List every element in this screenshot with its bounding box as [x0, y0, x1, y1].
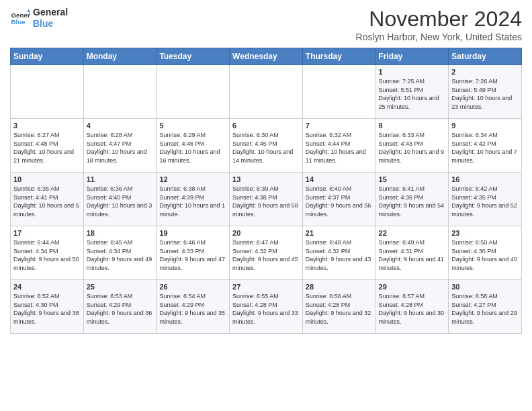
day-info: Sunrise: 6:52 AMSunset: 4:30 PMDaylight:…: [13, 292, 81, 326]
day-number: 27: [232, 283, 300, 291]
day-info: Sunrise: 6:47 AMSunset: 4:32 PMDaylight:…: [232, 238, 300, 272]
day-cell: 9Sunrise: 6:34 AMSunset: 4:42 PMDaylight…: [449, 119, 522, 173]
day-cell: 27Sunrise: 6:55 AMSunset: 4:28 PMDayligh…: [230, 280, 303, 334]
day-info: Sunrise: 6:32 AMSunset: 4:44 PMDaylight:…: [306, 131, 373, 165]
day-number: 6: [232, 122, 300, 130]
day-cell: 11Sunrise: 6:36 AMSunset: 4:40 PMDayligh…: [83, 173, 157, 226]
svg-text:Blue: Blue: [11, 18, 26, 26]
day-number: 20: [232, 229, 300, 237]
logo-text: General Blue: [33, 7, 68, 30]
svg-marker-2: [28, 9, 31, 12]
logo: General Blue General Blue: [10, 7, 68, 30]
day-number: 26: [159, 283, 226, 291]
day-info: Sunrise: 6:50 AMSunset: 4:30 PMDaylight:…: [451, 238, 519, 272]
week-row-3: 10Sunrise: 6:35 AMSunset: 4:41 PMDayligh…: [11, 173, 522, 226]
calendar-header: SundayMondayTuesdayWednesdayThursdayFrid…: [11, 48, 522, 65]
day-number: 5: [159, 122, 226, 130]
day-cell: 29Sunrise: 6:57 AMSunset: 4:28 PMDayligh…: [375, 280, 449, 334]
day-number: 25: [87, 283, 154, 291]
day-cell: 12Sunrise: 6:38 AMSunset: 4:39 PMDayligh…: [157, 173, 230, 226]
day-info: Sunrise: 6:48 AMSunset: 4:32 PMDaylight:…: [306, 238, 373, 272]
calendar-table: SundayMondayTuesdayWednesdayThursdayFrid…: [10, 48, 522, 334]
day-number: 23: [451, 229, 519, 237]
header-day-tuesday: Tuesday: [157, 48, 230, 65]
day-cell: 4Sunrise: 6:28 AMSunset: 4:47 PMDaylight…: [83, 119, 157, 173]
day-cell: 22Sunrise: 6:49 AMSunset: 4:31 PMDayligh…: [375, 226, 449, 280]
week-row-4: 17Sunrise: 6:44 AMSunset: 4:34 PMDayligh…: [11, 226, 522, 280]
day-info: Sunrise: 6:49 AMSunset: 4:31 PMDaylight:…: [379, 238, 446, 272]
day-cell: 7Sunrise: 6:32 AMSunset: 4:44 PMDaylight…: [302, 119, 375, 173]
header-day-monday: Monday: [83, 48, 157, 65]
week-row-5: 24Sunrise: 6:52 AMSunset: 4:30 PMDayligh…: [11, 280, 522, 334]
day-number: 21: [306, 229, 373, 237]
day-info: Sunrise: 6:46 AMSunset: 4:33 PMDaylight:…: [159, 238, 226, 272]
day-cell: 17Sunrise: 6:44 AMSunset: 4:34 PMDayligh…: [11, 226, 84, 280]
day-info: Sunrise: 6:27 AMSunset: 4:48 PMDaylight:…: [13, 131, 81, 165]
day-cell: [302, 65, 375, 119]
day-number: 2: [451, 68, 519, 76]
day-cell: 1Sunrise: 7:25 AMSunset: 5:51 PMDaylight…: [375, 65, 449, 119]
day-info: Sunrise: 6:35 AMSunset: 4:41 PMDaylight:…: [13, 185, 81, 218]
day-info: Sunrise: 7:26 AMSunset: 5:49 PMDaylight:…: [451, 77, 519, 111]
day-cell: [11, 65, 84, 119]
day-cell: [230, 65, 303, 119]
svg-text:General: General: [11, 11, 31, 18]
day-cell: [83, 65, 157, 119]
day-info: Sunrise: 6:57 AMSunset: 4:28 PMDaylight:…: [379, 292, 446, 326]
week-row-2: 3Sunrise: 6:27 AMSunset: 4:48 PMDaylight…: [11, 119, 522, 173]
day-cell: 6Sunrise: 6:30 AMSunset: 4:45 PMDaylight…: [230, 119, 303, 173]
day-number: 18: [87, 229, 154, 237]
month-title: November 2024: [356, 7, 522, 32]
day-cell: 30Sunrise: 6:58 AMSunset: 4:27 PMDayligh…: [449, 280, 522, 334]
day-cell: 2Sunrise: 7:26 AMSunset: 5:49 PMDaylight…: [449, 65, 522, 119]
day-cell: [157, 65, 230, 119]
day-info: Sunrise: 6:33 AMSunset: 4:43 PMDaylight:…: [379, 131, 446, 165]
calendar-body: 1Sunrise: 7:25 AMSunset: 5:51 PMDaylight…: [11, 65, 522, 334]
day-cell: 8Sunrise: 6:33 AMSunset: 4:43 PMDaylight…: [375, 119, 449, 173]
day-number: 16: [451, 175, 519, 183]
location: Roslyn Harbor, New York, United States: [356, 32, 522, 42]
logo-icon: General Blue: [10, 8, 30, 28]
day-info: Sunrise: 6:54 AMSunset: 4:29 PMDaylight:…: [159, 292, 226, 326]
day-number: 10: [13, 175, 81, 183]
day-cell: 23Sunrise: 6:50 AMSunset: 4:30 PMDayligh…: [449, 226, 522, 280]
day-cell: 21Sunrise: 6:48 AMSunset: 4:32 PMDayligh…: [302, 226, 375, 280]
day-info: Sunrise: 7:25 AMSunset: 5:51 PMDaylight:…: [379, 77, 446, 111]
day-cell: 28Sunrise: 6:56 AMSunset: 4:28 PMDayligh…: [302, 280, 375, 334]
day-number: 30: [451, 283, 519, 291]
day-number: 24: [13, 283, 81, 291]
day-info: Sunrise: 6:53 AMSunset: 4:29 PMDaylight:…: [87, 292, 154, 326]
day-info: Sunrise: 6:44 AMSunset: 4:34 PMDaylight:…: [13, 238, 81, 272]
day-number: 13: [232, 175, 300, 183]
day-number: 4: [87, 122, 154, 130]
day-number: 14: [306, 175, 373, 183]
day-number: 7: [306, 122, 373, 130]
title-block: November 2024 Roslyn Harbor, New York, U…: [356, 7, 522, 42]
day-number: 12: [159, 175, 226, 183]
day-info: Sunrise: 6:38 AMSunset: 4:39 PMDaylight:…: [159, 185, 226, 218]
day-number: 19: [159, 229, 226, 237]
day-cell: 20Sunrise: 6:47 AMSunset: 4:32 PMDayligh…: [230, 226, 303, 280]
day-cell: 14Sunrise: 6:40 AMSunset: 4:37 PMDayligh…: [302, 173, 375, 226]
day-number: 22: [379, 229, 446, 237]
day-cell: 5Sunrise: 6:29 AMSunset: 4:46 PMDaylight…: [157, 119, 230, 173]
day-number: 8: [379, 122, 446, 130]
day-number: 15: [379, 175, 446, 183]
day-cell: 19Sunrise: 6:46 AMSunset: 4:33 PMDayligh…: [157, 226, 230, 280]
day-info: Sunrise: 6:28 AMSunset: 4:47 PMDaylight:…: [87, 131, 154, 165]
header-day-friday: Friday: [375, 48, 449, 65]
day-info: Sunrise: 6:56 AMSunset: 4:28 PMDaylight:…: [306, 292, 373, 326]
header-day-sunday: Sunday: [11, 48, 84, 65]
day-cell: 13Sunrise: 6:39 AMSunset: 4:38 PMDayligh…: [230, 173, 303, 226]
header-day-thursday: Thursday: [302, 48, 375, 65]
day-cell: 26Sunrise: 6:54 AMSunset: 4:29 PMDayligh…: [157, 280, 230, 334]
day-info: Sunrise: 6:55 AMSunset: 4:28 PMDaylight:…: [232, 292, 300, 326]
day-cell: 25Sunrise: 6:53 AMSunset: 4:29 PMDayligh…: [83, 280, 157, 334]
day-cell: 3Sunrise: 6:27 AMSunset: 4:48 PMDaylight…: [11, 119, 84, 173]
day-cell: 24Sunrise: 6:52 AMSunset: 4:30 PMDayligh…: [11, 280, 84, 334]
header-row: SundayMondayTuesdayWednesdayThursdayFrid…: [11, 48, 522, 65]
day-number: 28: [306, 283, 373, 291]
header-day-saturday: Saturday: [449, 48, 522, 65]
header-day-wednesday: Wednesday: [230, 48, 303, 65]
page-header: General Blue General Blue November 2024 …: [10, 7, 522, 42]
